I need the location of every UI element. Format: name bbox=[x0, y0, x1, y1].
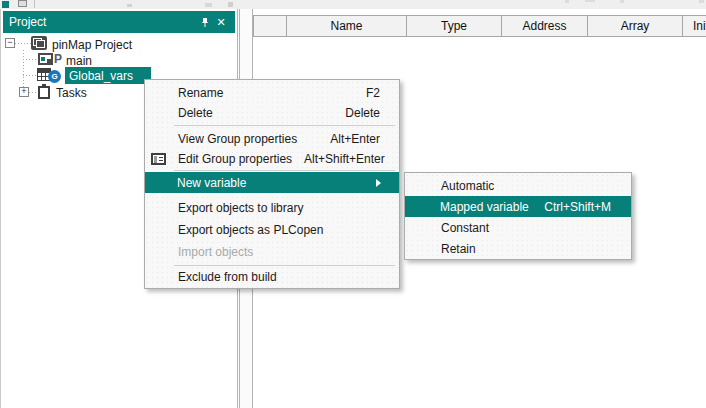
menu-item-export-objects-as-plcopen[interactable]: Export objects as PLCopen bbox=[146, 220, 398, 240]
shortcut-label: Ctrl+Shift+M bbox=[544, 200, 611, 214]
tree-connector bbox=[29, 92, 37, 93]
submenu-item-retain[interactable]: Retain bbox=[406, 238, 630, 259]
pin-icon[interactable] bbox=[197, 14, 213, 30]
toolbar-fragment bbox=[205, 3, 212, 7]
menu-item-new-variable[interactable]: New variable bbox=[145, 172, 399, 193]
toolbar-fragment bbox=[565, 0, 569, 3]
menu-item-export-objects-to-library[interactable]: Export objects to library bbox=[146, 198, 398, 218]
menu-separator bbox=[174, 125, 395, 126]
toolbar-fragment bbox=[585, 0, 595, 2]
toolbar-fragment bbox=[228, 2, 233, 7]
menu-item-edit-group-properties[interactable]: Edit Group properties Alt+Shift+Enter bbox=[146, 149, 398, 169]
submenu-item-automatic[interactable]: Automatic bbox=[406, 175, 630, 196]
expander-collapse-icon[interactable]: − bbox=[5, 38, 15, 48]
tree-connector bbox=[23, 59, 37, 60]
context-menu: Rename F2 Delete Delete View Group prope… bbox=[144, 79, 400, 289]
shortcut-label: Delete bbox=[345, 106, 380, 120]
menu-item-exclude-from-build[interactable]: Exclude from build bbox=[146, 267, 398, 287]
tree-item-project[interactable]: pinMap Project bbox=[52, 37, 132, 53]
submenu-item-mapped-variable[interactable]: Mapped variable Ctrl+Shift+M bbox=[405, 196, 631, 217]
program-pou-icon bbox=[38, 53, 53, 65]
tree-connector bbox=[23, 75, 37, 76]
panel-title: Project bbox=[9, 15, 197, 29]
toolbar-separator bbox=[34, 0, 35, 8]
column-header-rowselector[interactable] bbox=[254, 16, 287, 36]
pou-type-letter: P bbox=[54, 52, 62, 66]
column-header-type[interactable]: Type bbox=[407, 16, 502, 36]
menu-item-delete[interactable]: Delete Delete bbox=[146, 103, 398, 123]
column-header-name[interactable]: Name bbox=[287, 16, 407, 36]
close-icon[interactable]: ✕ bbox=[213, 14, 229, 30]
tasks-clipboard-icon bbox=[38, 86, 50, 99]
submenu-arrow-icon bbox=[376, 179, 381, 187]
expander-expand-icon[interactable]: + bbox=[19, 87, 29, 97]
application-window: Project ✕ − pinMap Project P main G Glob… bbox=[0, 0, 706, 408]
toolbar-fragment bbox=[699, 0, 704, 3]
menu-item-import-objects: Import objects bbox=[146, 242, 398, 262]
column-header-address[interactable]: Address bbox=[502, 16, 588, 36]
project-panel-titlebar: Project ✕ bbox=[3, 11, 235, 33]
global-badge-icon: G bbox=[48, 70, 61, 83]
tree-item-global-vars[interactable]: Global_vars bbox=[69, 68, 133, 84]
menu-item-rename[interactable]: Rename F2 bbox=[146, 83, 398, 103]
toolbar-fragment bbox=[127, 4, 132, 7]
menu-item-view-group-properties[interactable]: View Group properties Alt+Enter bbox=[146, 129, 398, 149]
shortcut-label: Alt+Enter bbox=[330, 132, 380, 146]
tree-connector bbox=[15, 43, 31, 44]
column-header-init[interactable]: Init bbox=[683, 16, 706, 36]
shortcut-label: F2 bbox=[366, 86, 380, 100]
toolbar-fragment bbox=[620, 0, 624, 3]
menu-separator bbox=[174, 170, 395, 171]
toolbar-fragment bbox=[18, 0, 27, 7]
variable-table-header: Name Type Address Array Init bbox=[253, 15, 706, 37]
column-header-array[interactable]: Array bbox=[588, 16, 683, 36]
new-variable-submenu: Automatic Mapped variable Ctrl+Shift+M C… bbox=[404, 172, 632, 260]
submenu-item-constant[interactable]: Constant bbox=[406, 217, 630, 238]
shortcut-label: Alt+Shift+Enter bbox=[304, 152, 385, 166]
menu-separator bbox=[174, 265, 395, 266]
toolbar-strip bbox=[0, 0, 706, 9]
toolbar-fragment bbox=[2, 1, 9, 8]
tree-item-tasks[interactable]: Tasks bbox=[56, 85, 87, 101]
project-icon bbox=[31, 36, 47, 50]
